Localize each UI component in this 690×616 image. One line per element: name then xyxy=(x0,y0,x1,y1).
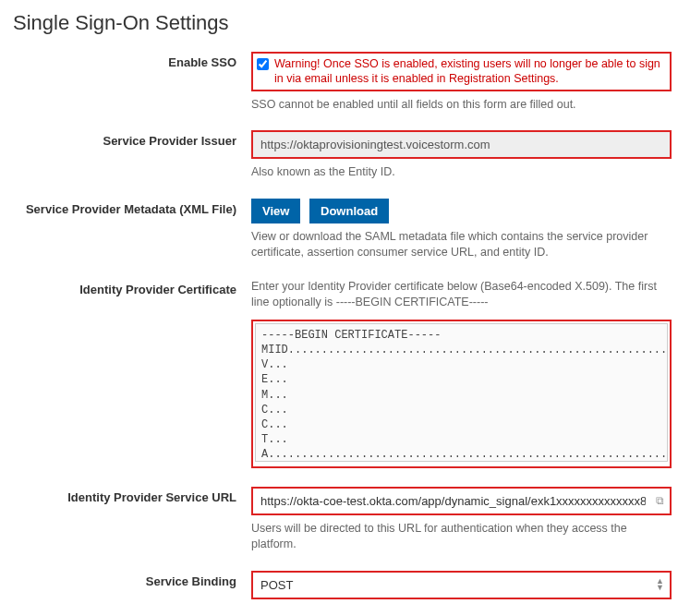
service-binding-select[interactable]: POST xyxy=(251,571,672,599)
enable-sso-checkbox[interactable] xyxy=(257,58,269,70)
label-sp-issuer: Service Provider Issuer xyxy=(11,130,251,150)
copy-icon[interactable]: ⧉ xyxy=(656,494,664,507)
enable-sso-helper: SSO cannot be enabled until all fields o… xyxy=(251,97,672,113)
enable-sso-warning-box: Warning! Once SSO is enabled, existing u… xyxy=(251,52,672,91)
sp-metadata-helper: View or download the SAML metadata file … xyxy=(251,229,672,260)
label-sp-metadata: Service Provider Metadata (XML File) xyxy=(11,199,251,218)
enable-sso-warning-text: Warning! Once SSO is enabled, existing u… xyxy=(274,56,665,87)
sp-issuer-helper: Also known as the Entity ID. xyxy=(251,164,672,180)
row-enable-sso: Enable SSO Warning! Once SSO is enabled,… xyxy=(11,52,679,112)
idp-url-helper: Users will be directed to this URL for a… xyxy=(251,521,672,552)
row-service-binding: Service Binding POST ▲▼ xyxy=(11,571,679,599)
label-idp-url: Identity Provider Service URL xyxy=(11,487,251,506)
idp-cert-textarea[interactable] xyxy=(255,323,668,462)
idp-cert-intro: Enter your Identity Provider certificate… xyxy=(251,279,672,310)
label-idp-cert: Identity Provider Certificate xyxy=(11,279,251,298)
label-service-binding: Service Binding xyxy=(11,571,251,590)
label-enable-sso: Enable SSO xyxy=(11,52,251,71)
row-idp-url: Identity Provider Service URL ⧉ Users wi… xyxy=(11,487,679,552)
row-idp-cert: Identity Provider Certificate Enter your… xyxy=(11,279,679,468)
page-title: Single Sign-On Settings xyxy=(13,11,679,35)
row-sp-issuer: Service Provider Issuer https://oktaprov… xyxy=(11,130,679,180)
idp-service-url-input[interactable] xyxy=(251,487,672,515)
idp-cert-box xyxy=(251,320,672,468)
sp-issuer-value: https://oktaprovisioningtest.voicestorm.… xyxy=(251,130,672,159)
row-sp-metadata: Service Provider Metadata (XML File) Vie… xyxy=(11,199,679,260)
download-button[interactable]: Download xyxy=(309,199,389,223)
view-button[interactable]: View xyxy=(251,199,300,223)
